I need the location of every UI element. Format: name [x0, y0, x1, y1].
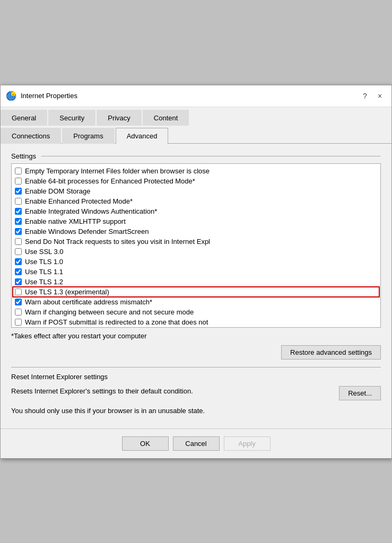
- cancel-button[interactable]: Cancel: [173, 436, 220, 451]
- tab-privacy[interactable]: Privacy: [97, 110, 142, 126]
- setting-item[interactable]: Use TLS 1.3 (experimental): [13, 287, 379, 297]
- title-bar: e Internet Properties ? ×: [1, 85, 391, 107]
- apply-button[interactable]: Apply: [224, 436, 271, 451]
- restore-advanced-settings-button[interactable]: Restore advanced settings: [281, 345, 381, 360]
- ok-button[interactable]: OK: [122, 436, 169, 451]
- setting-label: Use TLS 1.0: [25, 258, 63, 266]
- svg-text:e: e: [13, 92, 14, 95]
- setting-label: Use SSL 3.0: [25, 248, 64, 256]
- setting-checkbox[interactable]: [15, 248, 22, 255]
- setting-checkbox[interactable]: [15, 319, 22, 326]
- tabs-row-2: Connections Programs Advanced: [1, 125, 391, 143]
- content-area: Settings Empty Temporary Internet Files …: [1, 144, 391, 423]
- setting-checkbox[interactable]: [15, 299, 22, 305]
- setting-checkbox[interactable]: [15, 268, 22, 275]
- tab-programs[interactable]: Programs: [62, 128, 114, 144]
- setting-checkbox[interactable]: [15, 168, 22, 174]
- setting-checkbox[interactable]: [15, 309, 22, 316]
- setting-label: Warn about certificate address mismatch*: [25, 298, 152, 306]
- setting-checkbox[interactable]: [15, 258, 22, 265]
- warning-text: You should only use this if your browser…: [11, 407, 381, 415]
- settings-group-label: Settings: [11, 152, 381, 160]
- setting-item[interactable]: Enable 64-bit processes for Enhanced Pro…: [13, 176, 379, 186]
- footer-note: *Takes effect after you restart your com…: [11, 332, 381, 340]
- tabs-row-1: General Security Privacy Content: [1, 107, 391, 125]
- setting-label: Enable DOM Storage: [25, 187, 91, 195]
- setting-item[interactable]: Send Do Not Track requests to sites you …: [13, 237, 379, 247]
- reset-description: Resets Internet Explorer's settings to t…: [11, 386, 330, 397]
- setting-item[interactable]: Enable Integrated Windows Authentication…: [13, 206, 379, 216]
- setting-item[interactable]: Warn if POST submittal is redirected to …: [13, 317, 379, 327]
- settings-list[interactable]: Empty Temporary Internet Files folder wh…: [12, 164, 380, 327]
- setting-label: Warn if changing between secure and not …: [25, 308, 194, 316]
- tab-general[interactable]: General: [1, 110, 47, 126]
- restore-btn-row: Restore advanced settings: [11, 345, 381, 360]
- setting-item[interactable]: Enable native XMLHTTP support: [13, 216, 379, 226]
- tab-content[interactable]: Content: [143, 110, 189, 126]
- setting-checkbox[interactable]: [15, 288, 22, 295]
- settings-list-container: Empty Temporary Internet Files folder wh…: [11, 163, 381, 328]
- setting-item[interactable]: Enable Enhanced Protected Mode*: [13, 196, 379, 206]
- reset-group: Reset Internet Explorer settings Resets …: [11, 367, 381, 415]
- setting-label: Use TLS 1.2: [25, 278, 63, 286]
- setting-checkbox[interactable]: [15, 198, 22, 205]
- setting-checkbox[interactable]: [15, 188, 22, 195]
- setting-item[interactable]: Warn if changing between secure and not …: [13, 307, 379, 317]
- setting-item[interactable]: Enable DOM Storage: [13, 186, 379, 196]
- setting-item[interactable]: Warn about certificate address mismatch*: [13, 297, 379, 307]
- reset-group-label: Reset Internet Explorer settings: [11, 373, 381, 381]
- reset-button[interactable]: Reset...: [339, 386, 381, 400]
- internet-properties-window: e Internet Properties ? × General Securi…: [0, 85, 392, 459]
- close-button[interactable]: ×: [373, 90, 386, 102]
- app-icon: e: [6, 91, 16, 101]
- setting-label: Enable Windows Defender SmartScreen: [25, 227, 149, 235]
- setting-item[interactable]: Enable Windows Defender SmartScreen: [13, 226, 379, 237]
- tab-connections[interactable]: Connections: [1, 128, 61, 144]
- setting-label: Empty Temporary Internet Files folder wh…: [25, 167, 210, 175]
- setting-checkbox[interactable]: [15, 238, 22, 245]
- setting-checkbox[interactable]: [15, 208, 22, 215]
- bottom-buttons: OK Cancel Apply: [1, 428, 391, 458]
- setting-checkbox[interactable]: [15, 278, 22, 285]
- setting-item[interactable]: Use TLS 1.1: [13, 267, 379, 277]
- reset-row: Resets Internet Explorer's settings to t…: [11, 386, 381, 400]
- setting-label: Send Do Not Track requests to sites you …: [25, 238, 210, 246]
- setting-checkbox[interactable]: [15, 218, 22, 225]
- setting-item[interactable]: Use SSL 3.0: [13, 247, 379, 257]
- tab-advanced[interactable]: Advanced: [116, 128, 169, 144]
- setting-label: Enable Integrated Windows Authentication…: [25, 207, 157, 215]
- setting-checkbox[interactable]: [15, 228, 22, 235]
- title-bar-buttons: ? ×: [359, 90, 386, 102]
- help-button[interactable]: ?: [359, 90, 371, 102]
- setting-item[interactable]: Empty Temporary Internet Files folder wh…: [13, 166, 379, 176]
- setting-label: Use TLS 1.3 (experimental): [25, 288, 109, 296]
- setting-item[interactable]: Use TLS 1.0: [13, 257, 379, 267]
- setting-checkbox[interactable]: [15, 178, 22, 185]
- setting-label: Use TLS 1.1: [25, 268, 63, 276]
- title-bar-left: e Internet Properties: [6, 91, 77, 101]
- tab-security[interactable]: Security: [48, 110, 95, 126]
- setting-label: Enable native XMLHTTP support: [25, 217, 126, 225]
- setting-label: Enable Enhanced Protected Mode*: [25, 197, 133, 205]
- setting-label: Warn if POST submittal is redirected to …: [25, 318, 208, 326]
- window-title: Internet Properties: [21, 92, 77, 100]
- tabs-container: General Security Privacy Content Connect…: [1, 107, 391, 144]
- setting-item[interactable]: Use TLS 1.2: [13, 277, 379, 287]
- setting-label: Enable 64-bit processes for Enhanced Pro…: [25, 177, 195, 185]
